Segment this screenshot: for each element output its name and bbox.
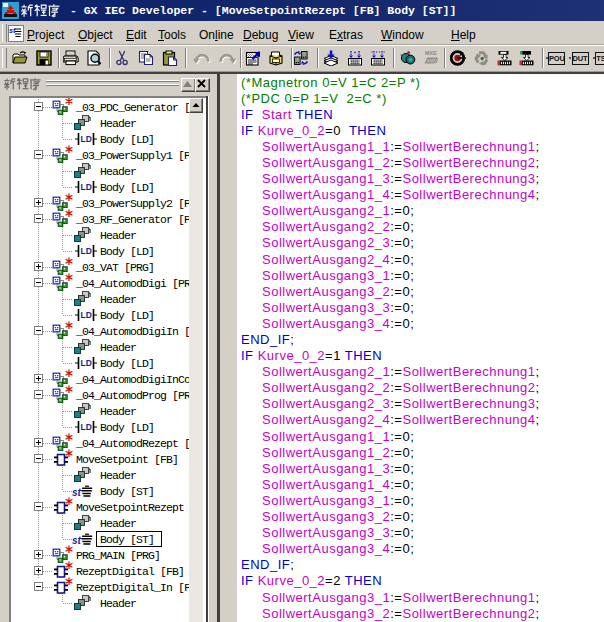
svg-text:LD: LD xyxy=(81,182,92,192)
svg-text:LD: LD xyxy=(81,134,92,144)
svg-text:st: st xyxy=(9,27,16,34)
svg-text:LD: LD xyxy=(81,422,92,432)
svg-text:LD: LD xyxy=(81,310,92,320)
svg-text:LD: LD xyxy=(81,358,92,368)
svg-text:MXE: MXE xyxy=(425,50,437,56)
svg-text:st: st xyxy=(72,535,82,546)
svg-text:st: st xyxy=(72,487,82,498)
svg-text:LD: LD xyxy=(81,246,92,256)
